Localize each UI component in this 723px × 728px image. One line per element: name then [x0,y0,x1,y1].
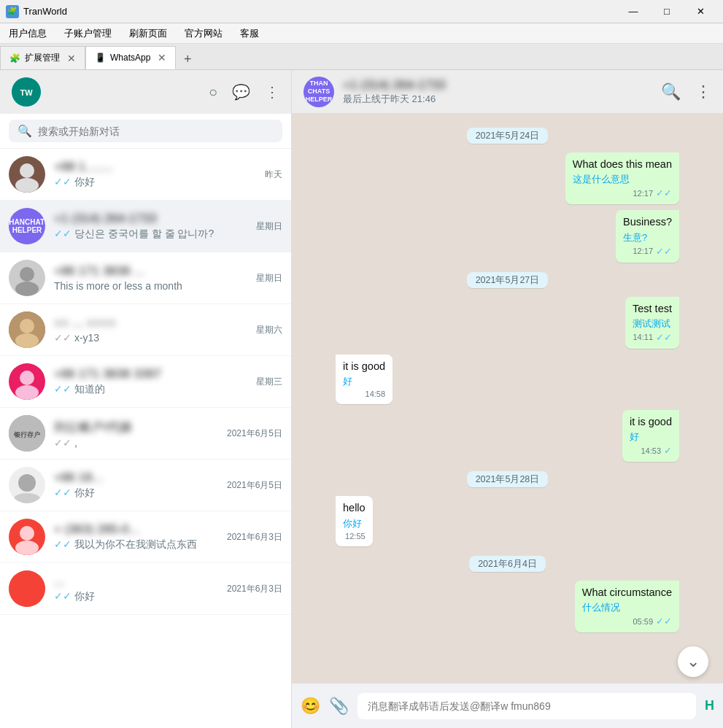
message-meta-7: 05:59 ✓✓ [582,616,672,627]
chat-info-7: +86 18... ✓✓ 你好 [54,471,218,500]
message-text-3: Test test [633,301,672,316]
message-row-7: What circumstance 什么情况 05:59 ✓✓ [336,581,679,632]
sidebar-header: TW ○ 💬 ⋮ [0,70,291,114]
tab-icon: 🧩 [9,53,20,63]
status-icon[interactable]: ○ [209,84,217,101]
main-content: TW ○ 💬 ⋮ 🔍 +88 1.. [0,70,723,728]
chat-avatar-4 [9,311,45,348]
chat-preview-9: ✓✓ 你好 [54,590,218,603]
message-translation-5: 好 [630,430,672,444]
scroll-to-bottom-button[interactable]: ⌄ [678,646,708,677]
message-row-5: it is good 好 14:53 ✓ [336,410,679,462]
chat-preview-5: ✓✓ 知道的 [54,383,247,396]
message-text-5: it is good [630,414,672,429]
titlebar-left: 🧩 TranWorld [6,5,67,18]
tab-label: 扩展管理 [25,52,60,64]
chat-item-9[interactable]: ... ✓✓ 你好 2021年6月3日 [0,563,291,615]
chat-time-7: 2021年6月5日 [227,479,282,492]
app-title: TranWorld [23,6,67,17]
chat-info-5: +86 171 3838 3397 ✓✓ 知道的 [54,367,247,396]
chat-name-8: + (363) 285-0... [54,522,218,537]
maximize-button[interactable]: □ [650,0,684,23]
chat-time-9: 2021年6月3日 [227,583,282,595]
message-bubble-4: it is good 好 14:58 [336,355,393,404]
message-row-6: hello 你好 12:55 [336,496,679,546]
chat-preview-8: ✓✓ 我以为你不在我测试点东西 [54,538,218,551]
chat-item-1[interactable]: +88 1........ ✓✓ 你好 昨天 [0,149,291,201]
menu-item-官方网站[interactable]: 官方网站 [182,26,225,42]
svg-point-9 [20,371,34,385]
message-bubble-2: Business? 生意? 12:17 ✓✓ [616,210,679,262]
menu-icon[interactable]: ⋮ [265,83,279,101]
chat-item-8[interactable]: + (363) 285-0... ✓✓ 我以为你不在我测试点东西 2021年6月… [0,511,291,563]
chat-info-1: +88 1........ ✓✓ 你好 [54,160,256,189]
input-bar: 😊 📎 H [292,683,723,728]
search-input[interactable] [38,125,274,137]
titlebar: 🧩 TranWorld — □ ✕ [0,0,723,23]
chat-meta-5: 星期三 [256,376,282,388]
chat-avatar-6: 银行存户 [9,415,45,452]
chat-item-5[interactable]: +86 171 3838 3397 ✓✓ 知道的 星期三 [0,356,291,408]
chat-time-3: 星期日 [256,272,282,284]
message-input[interactable] [357,693,696,719]
search-bar: 🔍 [0,114,291,149]
tab-icon: 📱 [95,53,106,63]
chat-time-5: 星期三 [256,376,282,388]
chat-item-7[interactable]: +86 18... ✓✓ 你好 2021年6月5日 [0,460,291,511]
tab-close-icon[interactable]: ✕ [158,52,166,63]
menubar: 用户信息子账户管理刷新页面官方网站客服 [0,23,723,44]
tab-label: WhatsApp [110,53,150,63]
date-divider-1: 2021年5月27日 [336,273,679,287]
message-bubble-5: it is good 好 14:53 ✓ [622,410,679,462]
emoji-icon[interactable]: 😊 [301,697,320,716]
message-text-2: Business? [623,214,672,229]
svg-point-3 [15,178,39,193]
message-meta-3: 14:11 ✓✓ [633,332,672,343]
tab-close-icon[interactable]: ✕ [67,53,76,64]
search-icon: 🔍 [18,124,32,138]
sidebar-icons: ○ 💬 ⋮ [209,83,279,101]
menu-item-用户信息[interactable]: 用户信息 [6,26,50,42]
add-tab-button[interactable]: + [176,49,199,69]
chat-item-4[interactable]: ○○ ... ○○○○ ✓✓ x-y13 星期六 [0,304,291,356]
svg-point-13 [18,474,36,492]
chat-meta-7: 2021年6月5日 [227,479,282,492]
chat-time-2: 星期日 [256,220,282,233]
chat-info-2: +1 (314) 264-1733 ✓✓ 당신은 중국어를 할 줄 압니까? [54,212,247,241]
tab-tab1[interactable]: 🧩 扩展管理 ✕ [0,46,85,69]
chat-contact-status: 最后上线于昨天 21:46 [343,93,652,106]
svg-point-5 [15,282,39,296]
chat-preview-3: This is more or less a month [54,280,247,292]
chat-item-2[interactable]: THANCHATSHELPER +1 (314) 264-1733 ✓✓ 당신은… [0,201,291,252]
svg-point-16 [15,541,39,555]
chat-avatar-1 [9,156,45,193]
search-input-wrap[interactable]: 🔍 [9,120,282,142]
tranworld-logo: TW [12,77,41,107]
message-translation-2: 生意? [623,231,672,244]
chat-name-3: +86 171 3838 ... [54,264,247,279]
chat-name-4: ○○ ... ○○○○ [54,316,247,330]
message-translation-7: 什么情况 [582,601,672,614]
svg-point-15 [20,526,34,541]
menu-item-子账户管理[interactable]: 子账户管理 [61,26,115,42]
minimize-button[interactable]: — [616,0,650,23]
chat-item-6[interactable]: 银行存户 刘公账户/代操 ✓✓ , 2021年6月5日 [0,408,291,460]
chat-meta-2: 星期日 [256,220,282,233]
chat-contact-info: +1 (314) 264-1733 最后上线于昨天 21:46 [343,78,652,106]
chat-time-6: 2021年6月5日 [227,427,282,440]
send-icon[interactable]: H [705,698,714,713]
attach-icon[interactable]: 📎 [329,697,349,716]
search-chat-icon[interactable]: 🔍 [661,82,681,101]
chat-options-icon[interactable]: ⋮ [695,82,711,101]
menu-item-刷新页面[interactable]: 刷新页面 [126,26,170,42]
chat-avatar-5 [9,363,45,400]
chat-avatar-7 [9,467,45,503]
chat-item-3[interactable]: +86 171 3838 ... This is more or less a … [0,252,291,304]
messages-area[interactable]: 2021年5月24日 What does this mean 这是什么意思 12… [292,114,723,683]
sidebar-avatar[interactable]: TW [12,77,41,107]
menu-item-客服[interactable]: 客服 [237,26,262,42]
tab-tab2[interactable]: 📱 WhatsApp ✕ [85,46,176,69]
svg-point-10 [15,385,39,400]
chat-icon[interactable]: 💬 [232,83,250,101]
close-button[interactable]: ✕ [684,0,717,23]
